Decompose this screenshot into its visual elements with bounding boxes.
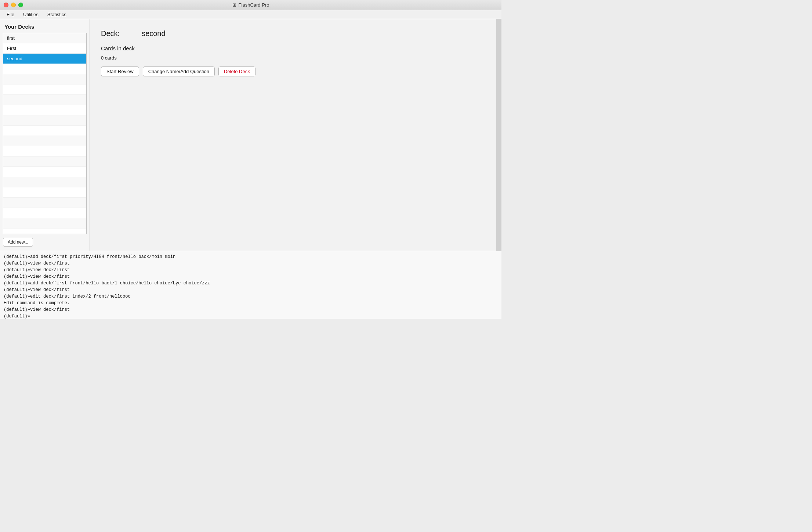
app-icon: ⊞ [232, 2, 236, 8]
app-title: FlashCard Pro [239, 2, 269, 8]
deck-list-item-empty [3, 229, 86, 234]
title-text: ⊞ FlashCard Pro [232, 2, 269, 8]
deck-list-item-empty [3, 64, 86, 74]
close-button[interactable] [4, 3, 8, 7]
title-bar: ⊞ FlashCard Pro [0, 0, 501, 10]
deck-title-row: Deck: second [101, 29, 485, 38]
deck-list-item-empty [3, 74, 86, 85]
deck-list-item-empty [3, 115, 86, 126]
deck-list-item-empty [3, 167, 86, 177]
terminal-line: (default)» [4, 313, 498, 319]
deck-list-item-empty [3, 95, 86, 105]
main-area: Your Decks firstFirstsecond Add new... D… [0, 19, 501, 319]
content-area: Deck: second Cards in deck 0 cards Start… [90, 19, 496, 251]
menu-bar: File Utilities Statistics [0, 10, 501, 19]
deck-list-item-empty [3, 218, 86, 229]
delete-deck-button[interactable]: Delete Deck [218, 66, 255, 76]
deck-label: Deck: [101, 29, 120, 38]
deck-name: second [142, 29, 166, 38]
deck-list-item[interactable]: first [3, 33, 86, 43]
terminal-line: Edit command is complete. [4, 300, 498, 306]
right-scrollbar[interactable] [496, 19, 501, 251]
menu-file[interactable]: File [3, 11, 18, 18]
deck-list-item-empty [3, 187, 86, 198]
terminal-line: (default)»edit deck/first index/2 front/… [4, 293, 498, 300]
minimize-button[interactable] [11, 3, 16, 7]
deck-list-item-empty [3, 157, 86, 167]
terminal-line: (default)»view deck/first [4, 287, 498, 293]
menu-statistics[interactable]: Statistics [44, 11, 70, 18]
terminal-line: (default)»add deck/first front/hello bac… [4, 280, 498, 287]
deck-list-item-empty [3, 177, 86, 187]
add-new-button[interactable]: Add new... [3, 238, 33, 247]
sidebar-title: Your Decks [0, 19, 90, 33]
window-controls[interactable] [4, 3, 23, 7]
cards-in-deck-label: Cards in deck [101, 45, 485, 51]
terminal[interactable]: (default)»add deck/first priority/HIGH f… [0, 251, 501, 319]
deck-list-item-empty [3, 146, 86, 157]
deck-list-item-empty [3, 208, 86, 218]
terminal-line: (default)»view deck/First [4, 267, 498, 273]
deck-list-item-empty [3, 105, 86, 115]
deck-list-item-empty [3, 136, 86, 146]
deck-list-item[interactable]: First [3, 43, 86, 54]
add-new-container: Add new... [0, 234, 90, 251]
change-name-button[interactable]: Change Name/Add Question [143, 66, 215, 76]
top-area: Your Decks firstFirstsecond Add new... D… [0, 19, 501, 251]
terminal-line: (default)»add deck/first priority/HIGH f… [4, 254, 498, 260]
terminal-line: (default)»view deck/first [4, 273, 498, 280]
maximize-button[interactable] [18, 3, 23, 7]
terminal-line: (default)»view deck/first [4, 260, 498, 267]
terminal-line: (default)»view deck/first [4, 306, 498, 313]
deck-list-scroll[interactable]: firstFirstsecond [3, 33, 87, 234]
deck-list-item-empty [3, 85, 86, 95]
action-buttons: Start Review Change Name/Add Question De… [101, 66, 485, 76]
deck-list-item-empty [3, 126, 86, 136]
sidebar: Your Decks firstFirstsecond Add new... [0, 19, 90, 251]
deck-list-item-empty [3, 198, 86, 208]
start-review-button[interactable]: Start Review [101, 66, 139, 76]
deck-list-container: firstFirstsecond [3, 33, 87, 234]
cards-count: 0 cards [101, 55, 485, 61]
menu-utilities[interactable]: Utilities [19, 11, 42, 18]
deck-list-item[interactable]: second [3, 54, 86, 64]
